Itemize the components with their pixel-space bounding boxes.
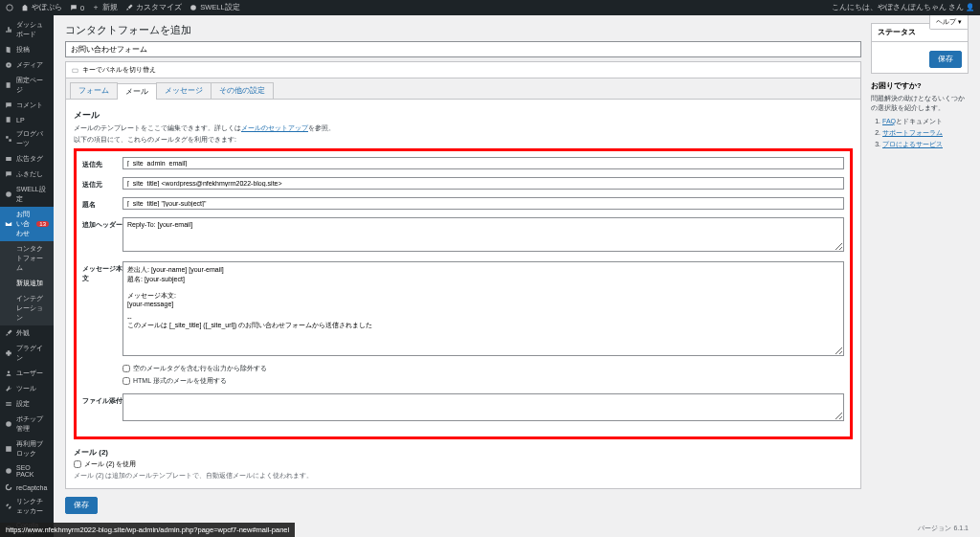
svg-rect-6 bbox=[6, 136, 8, 138]
to-label: 送信先 bbox=[82, 157, 122, 169]
help-box: お困りですか? 問題解決の助けとなるいくつかの選択肢を紹介します。 FAQとドキ… bbox=[871, 81, 969, 149]
svg-rect-11 bbox=[6, 402, 11, 403]
menu-appearance[interactable]: 外観 bbox=[0, 325, 54, 341]
customize-link[interactable]: カスタマイズ bbox=[125, 3, 182, 12]
svg-point-9 bbox=[6, 191, 11, 197]
status-box: ステータス 保存 bbox=[871, 23, 969, 74]
svg-rect-4 bbox=[7, 82, 11, 88]
highlighted-fields: 送信先 送信元 題名 追加ヘッダー Rep bbox=[74, 148, 853, 439]
site-name[interactable]: やぼぷら bbox=[21, 3, 62, 12]
svg-point-16 bbox=[6, 468, 11, 474]
help-box-text: 問題解決の助けとなるいくつかの選択肢を紹介します。 bbox=[871, 94, 969, 113]
menu-balloon[interactable]: ふきだし bbox=[0, 167, 54, 182]
menu-tools[interactable]: ツール bbox=[0, 381, 54, 396]
menu-dashboard[interactable]: ダッシュボード bbox=[0, 17, 54, 42]
help-box-title: お困りですか? bbox=[871, 81, 969, 91]
use-html-check[interactable]: HTML 形式のメールを使用する bbox=[122, 373, 844, 386]
svg-rect-7 bbox=[9, 139, 11, 141]
headers-label: 追加ヘッダー bbox=[82, 217, 122, 230]
body-textarea[interactable]: 差出人: [your-name] [your-email] 題名: [your-… bbox=[122, 261, 844, 356]
menu-comments[interactable]: コメント bbox=[0, 98, 54, 113]
svg-rect-13 bbox=[6, 405, 11, 406]
new-content[interactable]: ＋ 新規 bbox=[92, 3, 118, 12]
admin-bar: やぼぷら 0 ＋ 新規 カスタマイズ SWELL設定 こんにちは、やぼさんぽんち… bbox=[0, 0, 980, 15]
howdy[interactable]: こんにちは、やぼさんぽんちゃん さん 👤 bbox=[832, 3, 974, 12]
mail2-section: メール (2) メール (2) を使用 メール (2) は追加のメールテンプレー… bbox=[74, 447, 853, 481]
mail-desc1: メールのテンプレートをここで編集できます。詳しくはメールのセットアップを参照。 bbox=[74, 123, 853, 133]
mail2-note: メール (2) は追加のメールテンプレートで、自動返信メールによく使われます。 bbox=[74, 471, 853, 481]
from-input[interactable] bbox=[122, 177, 844, 190]
svg-point-3 bbox=[8, 64, 10, 66]
save-button-bottom[interactable]: 保存 bbox=[65, 497, 98, 514]
menu-posts[interactable]: 投稿 bbox=[0, 42, 54, 57]
menu-recaptcha[interactable]: reCaptcha bbox=[0, 481, 54, 494]
svg-point-0 bbox=[7, 5, 12, 11]
menu-pages[interactable]: 固定ページ bbox=[0, 73, 54, 98]
svg-point-10 bbox=[8, 371, 10, 373]
wp-logo[interactable] bbox=[6, 3, 13, 12]
menu-blogparts[interactable]: ブログパーツ bbox=[0, 126, 54, 151]
form-title-input[interactable] bbox=[65, 41, 861, 57]
subject-input[interactable] bbox=[122, 197, 844, 210]
tab-messages[interactable]: メッセージ bbox=[156, 82, 212, 99]
svg-point-1 bbox=[190, 5, 196, 11]
mail-section-title: メール bbox=[74, 110, 853, 122]
admin-sidebar: ダッシュボード 投稿 メディア 固定ページ コメント LP ブログパーツ 広告タ… bbox=[0, 15, 54, 537]
menu-lp[interactable]: LP bbox=[0, 113, 54, 126]
main-content: ヘルプ ▾ コンタクトフォームを追加 キーでパネルを切り替え フォーム メール … bbox=[54, 15, 980, 537]
mail2-check[interactable]: メール (2) を使用 bbox=[74, 459, 853, 469]
menu-swell[interactable]: SWELL設定 bbox=[0, 182, 54, 207]
body-label: メッセージ本文 bbox=[82, 261, 122, 283]
mail-setup-link[interactable]: メールのセットアップ bbox=[241, 124, 308, 131]
menu-linkchecker[interactable]: リンクチェッカー bbox=[0, 494, 54, 519]
attach-textarea[interactable] bbox=[122, 393, 844, 421]
exclude-blank-check[interactable]: 空のメールタグを含む行を出力から除外する bbox=[122, 361, 844, 373]
menu-pochipp[interactable]: ポチップ管理 bbox=[0, 412, 54, 436]
attach-label: ファイル添付 bbox=[82, 393, 122, 406]
menu-media[interactable]: メディア bbox=[0, 57, 54, 73]
svg-rect-20 bbox=[73, 69, 78, 73]
help-item-1: FAQとドキュメント bbox=[882, 117, 969, 126]
menu-seopack[interactable]: SEO PACK bbox=[0, 461, 54, 481]
tab-form[interactable]: フォーム bbox=[70, 82, 118, 99]
page-title: コンタクトフォームを追加 bbox=[65, 23, 861, 37]
submenu-forms[interactable]: コンタクトフォーム bbox=[0, 241, 54, 276]
help-item-3: プロによるサービス bbox=[882, 140, 969, 149]
svg-point-14 bbox=[6, 421, 11, 427]
tab-list: フォーム メール メッセージ その他の設定 bbox=[65, 78, 861, 100]
svg-rect-8 bbox=[6, 157, 11, 161]
menu-contact[interactable]: お問い合わせ 13 bbox=[0, 207, 54, 241]
submenu-new[interactable]: 新規追加 bbox=[0, 276, 54, 291]
svg-rect-15 bbox=[6, 446, 11, 452]
menu-settings[interactable]: 設定 bbox=[0, 396, 54, 412]
mail2-title: メール (2) bbox=[74, 447, 853, 458]
wp-version: バージョン 6.1.1 bbox=[918, 524, 969, 533]
tab-panel-mail: メール メールのテンプレートをここで編集できます。詳しくはメールのセットアップを… bbox=[65, 100, 861, 489]
help-item-2: サポートフォーラム bbox=[882, 128, 969, 138]
swell-link[interactable]: SWELL設定 bbox=[189, 3, 239, 12]
save-button-side[interactable]: 保存 bbox=[929, 51, 962, 68]
headers-textarea[interactable]: Reply-To: [your-email] bbox=[122, 217, 844, 252]
subject-label: 題名 bbox=[82, 197, 122, 210]
menu-plugins[interactable]: プラグイン bbox=[0, 341, 54, 366]
comments-link[interactable]: 0 bbox=[70, 3, 84, 12]
tab-mail[interactable]: メール bbox=[117, 83, 157, 100]
to-input[interactable] bbox=[122, 157, 844, 169]
svg-rect-12 bbox=[6, 404, 11, 405]
submenu-integration[interactable]: インテグレーション bbox=[0, 291, 54, 325]
menu-users[interactable]: ユーザー bbox=[0, 366, 54, 381]
keyboard-hint: キーでパネルを切り替え bbox=[65, 61, 861, 78]
menu-reusable[interactable]: 再利用ブロック bbox=[0, 436, 54, 461]
tab-additional[interactable]: その他の設定 bbox=[211, 82, 274, 99]
svg-rect-5 bbox=[7, 117, 11, 123]
menu-ads[interactable]: 広告タグ bbox=[0, 151, 54, 167]
help-tab[interactable]: ヘルプ ▾ bbox=[929, 15, 969, 30]
browser-status-url: https://www.nfekhmyrm2022-blog.site/wp-a… bbox=[0, 523, 295, 537]
mail-desc2: 以下の項目にて、これらのメールタグを利用できます: bbox=[74, 135, 853, 145]
from-label: 送信元 bbox=[82, 177, 122, 190]
